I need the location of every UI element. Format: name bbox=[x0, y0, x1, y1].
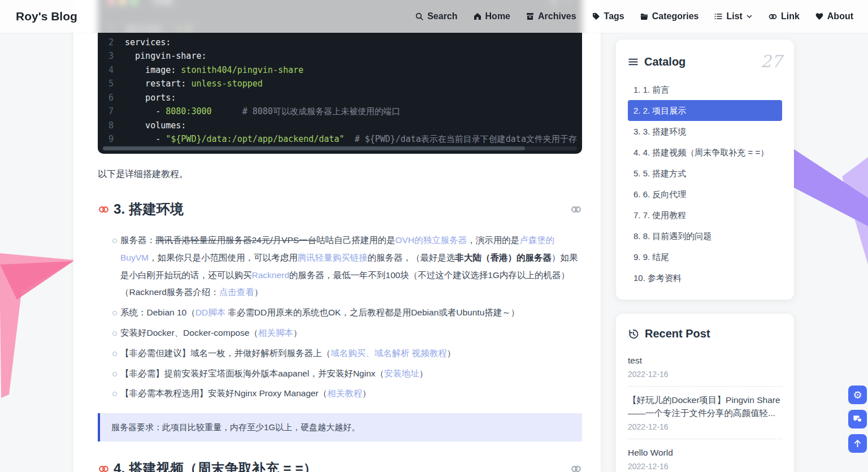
post-date: 2022-12-16 bbox=[628, 462, 782, 471]
recent-post-item[interactable]: 【好玩儿的Docker项目】Pingvin Share——一个专注于文件分享的高… bbox=[628, 387, 782, 439]
site-title[interactable]: Roy's Blog bbox=[16, 10, 77, 23]
nav-item-tags[interactable]: Tags bbox=[592, 11, 624, 21]
inline-link[interactable]: 相关教程 bbox=[327, 388, 362, 398]
inline-link[interactable]: 相关脚本 bbox=[258, 328, 293, 337]
list-icon bbox=[714, 12, 723, 21]
nav-item-list[interactable]: List bbox=[714, 11, 752, 21]
text-segment: 非大陆（香港）的服务器 bbox=[455, 253, 552, 262]
post-date: 2022-12-16 bbox=[628, 422, 782, 431]
catalog-item-5[interactable]: 5. 5. 搭建方式 bbox=[628, 163, 782, 184]
archive-icon bbox=[526, 12, 535, 21]
code-line: 6 ports: bbox=[98, 91, 582, 105]
nav-menu: SearchHomeArchivesTagsCategoriesListLink… bbox=[415, 11, 868, 21]
catalog-item-9[interactable]: 9. 9. 结尾 bbox=[628, 246, 782, 267]
code-horizontal-scrollbar[interactable] bbox=[103, 146, 577, 150]
text-segment: 腾讯香港轻量应用服务器24元/月VPS一台 bbox=[155, 235, 316, 245]
inline-link[interactable]: DD脚本 bbox=[196, 308, 225, 317]
nav-item-label: Search bbox=[427, 11, 457, 21]
recent-post-title: Recent Post bbox=[645, 327, 710, 340]
nav-item-link[interactable]: Link bbox=[768, 11, 800, 21]
section-heading-4: 4. 搭建视频（周末争取补充 = =） bbox=[98, 460, 582, 472]
inline-link[interactable]: 点击查看 bbox=[219, 287, 254, 297]
post-title[interactable]: Hello World bbox=[628, 446, 782, 459]
line-number: 4 bbox=[105, 63, 114, 77]
catalog-item-10[interactable]: 10. 参考资料 bbox=[628, 267, 782, 288]
gear-icon: ⚙ bbox=[853, 390, 862, 400]
settings-button[interactable]: ⚙ bbox=[848, 386, 867, 404]
post-title[interactable]: test bbox=[628, 354, 782, 367]
text-segment: 非必需DD用原来的系统也OK，之后教程都是用Debian或者Ubuntu搭建～） bbox=[225, 308, 519, 317]
post-date: 2022-12-16 bbox=[628, 370, 782, 379]
catalog-item-7[interactable]: 7. 7. 使用教程 bbox=[628, 205, 782, 226]
catalog-item-2[interactable]: 2. 2. 项目展示 bbox=[628, 100, 782, 121]
nav-item-search[interactable]: Search bbox=[415, 11, 457, 21]
back-to-top-button[interactable] bbox=[848, 434, 867, 453]
decor-purple-shape bbox=[791, 141, 868, 277]
catalog-item-3[interactable]: 3. 3. 搭建环境 bbox=[628, 121, 782, 142]
catalog-title: Catalog bbox=[644, 55, 685, 68]
line-number: 5 bbox=[105, 77, 114, 91]
catalog-item-4[interactable]: 4. 4. 搭建视频（周末争取补充 = =） bbox=[628, 142, 782, 163]
share-link-icon[interactable] bbox=[570, 463, 582, 472]
recent-post-item[interactable]: Hello World 2022-12-16 bbox=[628, 439, 782, 472]
list-item: 【非必需但建议】域名一枚，并做好解析到服务器上（域名购买、域名解析 视频教程） bbox=[98, 345, 582, 362]
nav-item-label: Tags bbox=[604, 11, 624, 21]
nav-item-about[interactable]: About bbox=[815, 11, 853, 21]
nav-item-categories[interactable]: Categories bbox=[640, 11, 699, 21]
post-title[interactable]: 【好玩儿的Docker项目】Pingvin Share——一个专注于文件分享的高… bbox=[628, 393, 782, 419]
code-line: 4 image: stonith404/pingvin-share bbox=[98, 63, 582, 77]
server-requirement-note: 服务器要求：此项目比较重量，内存至少1G以上，硬盘越大越好。 bbox=[98, 413, 582, 441]
text-segment: ） bbox=[447, 348, 456, 358]
code-lines: 1version: '3.8'2services:3 pingvin-share… bbox=[98, 14, 582, 152]
article-card: YAML 1version: '3.8'2services:3 pingvin-… bbox=[73, 0, 601, 472]
line-number: 6 bbox=[105, 91, 114, 105]
text-segment: 安装好Docker、Docker-compose（ bbox=[120, 328, 258, 337]
anchor-link-icon[interactable] bbox=[98, 463, 110, 472]
inline-link[interactable]: 安装地址 bbox=[384, 369, 419, 378]
list-item: 系统：Debian 10（DD脚本 非必需DD用原来的系统也OK，之后教程都是用… bbox=[98, 304, 582, 322]
catalog-item-6[interactable]: 6. 6. 反向代理 bbox=[628, 184, 782, 205]
code-line: 3 pingvin-share: bbox=[98, 49, 582, 63]
inline-link[interactable]: 腾讯轻量购买链接 bbox=[297, 253, 367, 262]
share-link-icon[interactable] bbox=[570, 203, 582, 215]
note-text: 服务器要求：此项目比较重量，内存至少1G以上，硬盘越大越好。 bbox=[111, 422, 360, 433]
section-4-title: 4. 搭建视频（周末争取补充 = =） bbox=[114, 460, 317, 472]
top-navbar: Roy's Blog SearchHomeArchivesTagsCategor… bbox=[0, 0, 868, 33]
section-3-title: 3. 搭建环境 bbox=[114, 200, 184, 218]
text-segment: 服务器： bbox=[120, 235, 155, 245]
list-item: 【非必需】提前安装好宝塔面板海外版本aapanel，并安装好Nginx（安装地址… bbox=[98, 365, 582, 383]
text-segment: 的服务器，（最好是选 bbox=[367, 253, 455, 262]
anchor-link-icon[interactable] bbox=[98, 203, 110, 215]
environment-list: 服务器：腾讯香港轻量应用服务器24元/月VPS一台咕咕自己搭建用的是OVH的独立… bbox=[98, 232, 582, 405]
code-line: 2services: bbox=[98, 36, 582, 50]
recent-post-list: test 2022-12-16 【好玩儿的Docker项目】Pingvin Sh… bbox=[628, 347, 782, 472]
comments-button[interactable] bbox=[848, 410, 867, 428]
line-number: 3 bbox=[105, 49, 114, 63]
decor-pink-shape bbox=[0, 237, 79, 407]
inline-link[interactable]: OVH的独立服务器 bbox=[396, 235, 467, 245]
text-segment: 咕咕自己搭建用的是 bbox=[316, 235, 396, 245]
history-icon bbox=[628, 328, 639, 340]
nav-item-label: About bbox=[827, 11, 853, 21]
home-icon bbox=[473, 12, 482, 21]
nav-item-home[interactable]: Home bbox=[473, 11, 510, 21]
scrollbar-thumb[interactable] bbox=[103, 146, 525, 150]
tag-icon bbox=[592, 12, 601, 21]
intro-paragraph: 以下是详细搭建教程。 bbox=[98, 168, 188, 180]
nav-item-label: Archives bbox=[538, 11, 576, 21]
list-item: 【非必需本教程选用】安装好Nginx Proxy Manager（相关教程） bbox=[98, 385, 582, 402]
line-number: 9 bbox=[105, 132, 114, 146]
heart-icon bbox=[815, 12, 824, 21]
section-heading-3: 3. 搭建环境 bbox=[98, 200, 582, 218]
text-segment: ） bbox=[362, 388, 371, 398]
text-segment: ，演示用的是 bbox=[467, 235, 519, 245]
nav-item-archives[interactable]: Archives bbox=[526, 11, 576, 21]
search-icon bbox=[415, 12, 424, 21]
code-line: 9 - "${PWD}/data:/opt/app/backend/data" … bbox=[98, 132, 582, 146]
catalog-item-1[interactable]: 1. 1. 前言 bbox=[628, 79, 782, 100]
catalog-item-8[interactable]: 8. 8. 目前遇到的问题 bbox=[628, 226, 782, 246]
list-item: 安装好Docker、Docker-compose（相关脚本） bbox=[98, 324, 582, 342]
inline-link[interactable]: 域名购买、域名解析 视频教程 bbox=[331, 348, 447, 358]
recent-post-item[interactable]: test 2022-12-16 bbox=[628, 347, 782, 387]
inline-link[interactable]: Racknerd bbox=[252, 270, 289, 280]
